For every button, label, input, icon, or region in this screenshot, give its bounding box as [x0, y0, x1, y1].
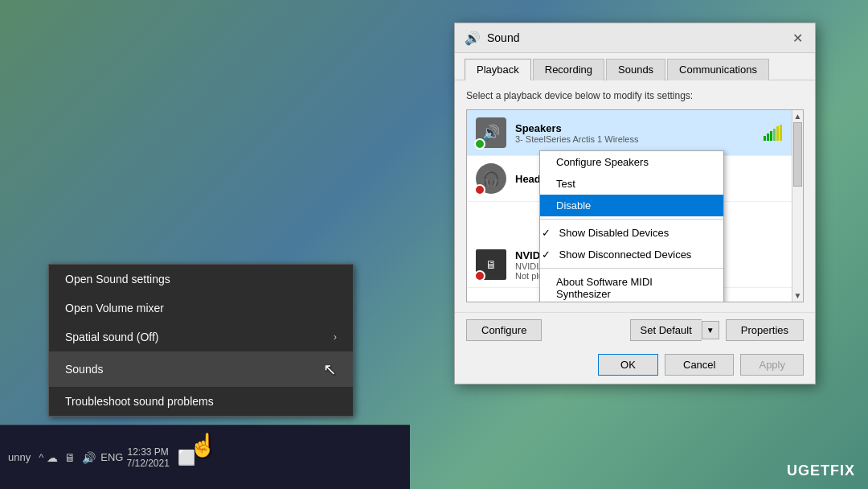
context-menu-item-spatial[interactable]: Spatial sound (Off) › — [49, 323, 353, 351]
dcm-sep2 — [540, 268, 723, 269]
set-default-group: Set Default ▼ — [630, 319, 719, 341]
scroll-track — [792, 122, 803, 290]
watermark: UGETFIX — [787, 462, 855, 479]
configure-button[interactable]: Configure — [466, 319, 542, 341]
dcm-about-midi[interactable]: About Software MIDI Synthesizer — [540, 271, 723, 302]
speakers-icon: 🔊 — [475, 117, 507, 149]
taskbar-lang-label: ENG — [100, 451, 123, 463]
speakers-info: Speakers 3- SteelSeries Arctis 1 Wireles… — [515, 122, 755, 144]
dialog-tabs: Playback Recording Sounds Communications — [455, 53, 815, 80]
dialog-close-button[interactable]: ✕ — [789, 30, 805, 46]
dcm-test[interactable]: Test — [540, 173, 723, 195]
context-menu-item-troubleshoot[interactable]: Troubleshoot sound problems — [49, 387, 353, 416]
apply-button[interactable]: Apply — [740, 354, 804, 376]
dialog-bottom-buttons: Configure Set Default ▼ Properties — [455, 312, 815, 347]
dcm-configure-speakers[interactable]: Configure Speakers — [540, 151, 723, 173]
set-default-button[interactable]: Set Default — [630, 319, 702, 341]
sound-dialog-icon: 🔊 — [465, 31, 481, 46]
context-menu-item-open-volume[interactable]: Open Volume mixer — [49, 294, 353, 323]
tab-communications[interactable]: Communications — [667, 59, 769, 80]
scroll-down-arrow[interactable]: ▼ — [792, 290, 804, 302]
set-default-dropdown-button[interactable]: ▼ — [702, 321, 719, 339]
system-tray-context-menu: Open Sound settings Open Volume mixer Sp… — [48, 264, 354, 417]
device-list-scrollbar[interactable]: ▲ ▼ — [792, 110, 803, 302]
tab-recording[interactable]: Recording — [533, 59, 604, 80]
headphones-icon: 🎧 — [475, 162, 507, 195]
volume-icon[interactable]: 🔊 — [82, 451, 96, 464]
scroll-up-arrow[interactable]: ▲ — [792, 110, 804, 122]
device-context-menu: Configure Speakers Test Disable ✓ Show D… — [539, 150, 724, 302]
cancel-button[interactable]: Cancel — [665, 354, 734, 376]
taskbar-user-label: unny — [8, 451, 31, 463]
nvidia-icon: 🖥 — [475, 249, 507, 281]
dcm-sep1 — [540, 219, 723, 220]
dcm-show-disabled[interactable]: ✓ Show Disabled Devices — [540, 222, 723, 244]
network-icon: 🖥 — [64, 451, 76, 464]
device-list: 🔊 Speakers 3- SteelSeries Arctis 1 Wirel… — [466, 109, 804, 302]
dcm-show-disconnected[interactable]: ✓ Show Disconnected Devices — [540, 244, 723, 265]
taskbar-system-icons: ☁ 🖥 🔊 — [47, 451, 96, 464]
taskbar-context-area: Open Sound settings Open Volume mixer Sp… — [0, 0, 410, 489]
cursor-arrow-icon: ↖ — [323, 360, 337, 379]
device-item-speakers[interactable]: 🔊 Speakers 3- SteelSeries Arctis 1 Wirel… — [467, 110, 803, 156]
dialog-instruction: Select a playback device below to modify… — [466, 90, 804, 101]
sound-dialog: 🔊 Sound ✕ Playback Recording Sounds Comm… — [454, 23, 816, 384]
dialog-content: Select a playback device below to modify… — [455, 80, 815, 312]
tab-playback[interactable]: Playback — [465, 59, 531, 80]
properties-button[interactable]: Properties — [726, 319, 804, 341]
dcm-disable[interactable]: Disable — [540, 195, 723, 216]
dialog-actions: OK Cancel Apply — [455, 347, 815, 384]
taskbar-chevron-icon: ^ — [39, 451, 43, 463]
volume-bars — [764, 125, 782, 141]
speakers-sub: 3- SteelSeries Arctis 1 Wireless — [515, 134, 755, 144]
dialog-title-left: 🔊 Sound — [465, 31, 519, 46]
scroll-thumb[interactable] — [793, 122, 802, 187]
dialog-title-text: Sound — [487, 31, 519, 44]
context-menu-item-sounds[interactable]: Sounds ↖ — [49, 351, 353, 387]
taskbar-clock: 12:33 PM 7/12/2021 — [126, 446, 169, 469]
dialog-titlebar: 🔊 Sound ✕ — [455, 23, 815, 53]
tab-sounds[interactable]: Sounds — [606, 59, 665, 80]
hand-cursor: ☝ — [189, 432, 217, 458]
submenu-arrow-icon: › — [334, 331, 337, 343]
speakers-name: Speakers — [515, 122, 755, 134]
ok-button[interactable]: OK — [598, 354, 658, 376]
cloud-icon: ☁ — [47, 451, 58, 464]
context-menu-item-open-sound[interactable]: Open Sound settings — [49, 265, 353, 294]
